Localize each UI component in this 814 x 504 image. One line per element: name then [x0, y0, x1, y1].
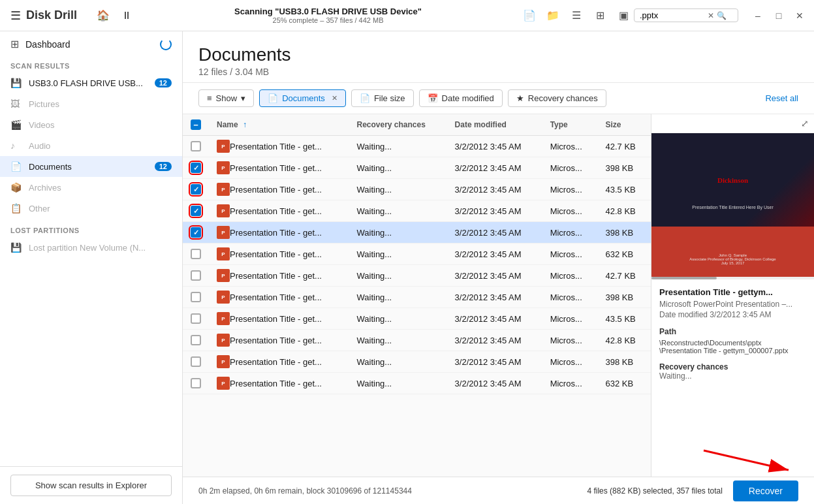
row-type-cell: Micros... — [542, 351, 598, 373]
scan-title: Scanning "USB3.0 FLASH DRIVE USB Device" — [234, 7, 422, 16]
sidebar-item-videos[interactable]: 🎬 Videos — [0, 114, 182, 135]
row-checkbox[interactable] — [191, 227, 201, 238]
table-row[interactable]: PPresentation Title - get...Waiting...3/… — [183, 351, 651, 373]
select-all-checkbox[interactable] — [191, 119, 201, 130]
recovery-column-header[interactable]: Recovery chances — [349, 114, 446, 136]
filesize-filter-icon: 📄 — [360, 93, 370, 103]
documents-filter-button[interactable]: 📄 Documents ✕ — [259, 89, 346, 107]
row-checkbox[interactable] — [191, 141, 201, 151]
table-container: Name ↑ Recovery chances Date modified Ty… — [183, 114, 651, 477]
table-row[interactable]: PPresentation Title - get...Waiting...3/… — [183, 287, 651, 308]
archives-icon: 📦 — [10, 182, 22, 193]
table-row[interactable]: PPresentation Title - get...Waiting...3/… — [183, 373, 651, 394]
sidebar-item-lost-volume[interactable]: 💾 Lost partition New Volume (N... — [10, 237, 172, 258]
documents-filter-close[interactable]: ✕ — [332, 94, 337, 102]
scan-progress: 25% complete – 357 files / 442 MB — [273, 16, 384, 24]
table-row[interactable]: PPresentation Title - get...Waiting...3/… — [183, 265, 651, 287]
other-icon: 📋 — [10, 203, 22, 213]
table-row[interactable]: PPresentation Title - get...Waiting...3/… — [183, 244, 651, 265]
search-clear-button[interactable]: ✕ — [708, 11, 714, 20]
row-checkbox[interactable] — [191, 163, 201, 173]
row-type-cell: Micros... — [542, 373, 598, 394]
row-recovery-cell: Waiting... — [349, 330, 446, 351]
row-checkbox[interactable] — [191, 378, 201, 388]
close-button[interactable]: ✕ — [791, 7, 809, 25]
row-checkbox-cell[interactable] — [183, 373, 209, 394]
filesize-filter-button[interactable]: 📄 File size — [351, 89, 414, 107]
table-row[interactable]: PPresentation Title - get...Waiting...3/… — [183, 157, 651, 179]
open-folder-button[interactable]: 📁 — [542, 5, 563, 26]
sidebar-item-audio[interactable]: ♪ Audio — [0, 135, 182, 156]
usb-badge: 12 — [155, 78, 172, 87]
table-row[interactable]: PPresentation Title - get...Waiting...3/… — [183, 179, 651, 200]
home-button[interactable]: 🏠 — [93, 5, 114, 26]
size-column-header[interactable]: Size — [597, 114, 651, 136]
table-row[interactable]: PPresentation Title - get...Waiting...3/… — [183, 330, 651, 351]
row-checkbox[interactable] — [191, 292, 201, 302]
new-file-button[interactable]: 📄 — [519, 5, 540, 26]
slide-red-bar — [651, 227, 814, 277]
row-checkbox-cell[interactable] — [183, 157, 209, 179]
type-column-header[interactable]: Type — [542, 114, 598, 136]
datemod-filter-label: Date modified — [442, 93, 494, 103]
row-checkbox-cell[interactable] — [183, 351, 209, 373]
preview-recovery-label: Recovery chances — [659, 362, 806, 371]
table-row[interactable]: PPresentation Title - get...Waiting...3/… — [183, 222, 651, 244]
row-checkbox[interactable] — [191, 206, 201, 216]
select-all-header[interactable] — [183, 114, 209, 136]
row-checkbox-cell[interactable] — [183, 265, 209, 287]
row-checkbox[interactable] — [191, 270, 201, 281]
recover-button[interactable]: Recover — [733, 480, 798, 501]
row-checkbox[interactable] — [191, 356, 201, 367]
sidebar-item-pictures[interactable]: 🖼 Pictures — [0, 93, 182, 114]
datemod-column-header[interactable]: Date modified — [447, 114, 542, 136]
row-checkbox-cell[interactable] — [183, 200, 209, 222]
row-checkbox[interactable] — [191, 335, 201, 345]
table-header: Name ↑ Recovery chances Date modified Ty… — [183, 114, 651, 136]
search-input[interactable] — [640, 10, 705, 20]
row-checkbox-cell[interactable] — [183, 287, 209, 308]
minimize-button[interactable]: – — [749, 7, 767, 25]
sidebar-item-other[interactable]: 📋 Other — [0, 198, 182, 219]
datemod-filter-button[interactable]: 📅 Date modified — [419, 89, 503, 107]
recovery-filter-button[interactable]: ★ Recovery chances — [508, 89, 606, 107]
row-type-cell: Micros... — [542, 136, 598, 157]
row-date-cell: 3/2/2012 3:45 AM — [447, 222, 542, 244]
row-checkbox-cell[interactable] — [183, 179, 209, 200]
row-checkbox-cell[interactable] — [183, 244, 209, 265]
menu-button[interactable]: ☰ Disk Drill — [5, 8, 93, 23]
pause-button[interactable]: ⏸ — [116, 5, 137, 26]
sidebar-dashboard[interactable]: ⊞ Dashboard — [0, 31, 182, 57]
panel-view-button[interactable]: ▣ — [613, 5, 634, 26]
reset-all-button[interactable]: Reset all — [765, 93, 798, 103]
show-filter-button[interactable]: ≡ Show ▾ — [198, 89, 254, 107]
row-checkbox[interactable] — [191, 313, 201, 324]
row-checkbox-cell[interactable] — [183, 136, 209, 157]
table-row[interactable]: PPresentation Title - get...Waiting...3/… — [183, 136, 651, 157]
row-checkbox[interactable] — [191, 184, 201, 195]
row-checkbox[interactable] — [191, 249, 201, 259]
list-view-button[interactable]: ☰ — [566, 5, 587, 26]
arrow-annotation — [651, 444, 814, 477]
sidebar-item-documents[interactable]: 📄 Documents 12 — [0, 156, 182, 177]
sidebar-item-archives[interactable]: 📦 Archives — [0, 177, 182, 198]
documents-badge: 12 — [155, 162, 172, 171]
preview-meta2: Date modified 3/2/2012 3:45 AM — [659, 310, 806, 319]
row-checkbox-cell[interactable] — [183, 308, 209, 330]
filesize-filter-label: File size — [374, 93, 405, 103]
row-checkbox-cell[interactable] — [183, 222, 209, 244]
ppt-file-icon: P — [217, 204, 230, 217]
ppt-file-icon: P — [217, 247, 230, 260]
row-checkbox-cell[interactable] — [183, 330, 209, 351]
search-submit-button[interactable]: 🔍 — [717, 11, 727, 20]
search-box[interactable]: ✕ 🔍 — [634, 8, 738, 22]
maximize-button[interactable]: □ — [770, 7, 788, 25]
table-row[interactable]: PPresentation Title - get...Waiting...3/… — [183, 308, 651, 330]
grid-view-button[interactable]: ⊞ — [589, 5, 610, 26]
preview-expand-button[interactable]: ⤢ — [801, 118, 809, 129]
table-row[interactable]: PPresentation Title - get...Waiting...3/… — [183, 200, 651, 222]
sidebar-item-usb[interactable]: 💾 USB3.0 FLASH DRIVE USB... 12 — [0, 72, 182, 93]
show-scan-results-button[interactable]: Show scan results in Explorer — [10, 475, 172, 496]
name-column-header[interactable]: Name ↑ — [209, 114, 349, 136]
table-wrapper[interactable]: Name ↑ Recovery chances Date modified Ty… — [183, 114, 651, 477]
